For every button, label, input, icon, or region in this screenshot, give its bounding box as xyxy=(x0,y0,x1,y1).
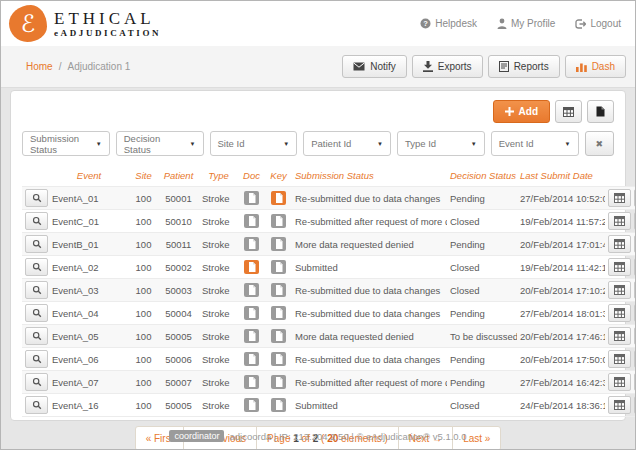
view-event-button[interactable] xyxy=(25,396,48,414)
header-link-helpdesk[interactable]: ?Helpdesk xyxy=(420,18,477,29)
filter-select-site-id[interactable]: Site Id▼ xyxy=(210,131,298,156)
key-icon[interactable] xyxy=(271,352,286,366)
key-icon[interactable] xyxy=(271,306,286,320)
grid-icon xyxy=(614,331,625,341)
view-event-button[interactable] xyxy=(25,281,48,299)
filter-select-type-id[interactable]: Type Id▼ xyxy=(397,131,485,156)
chevron-down-icon: ▼ xyxy=(190,141,196,147)
column-actions-right xyxy=(631,166,636,187)
doc-icon[interactable] xyxy=(244,214,259,228)
event-details-button[interactable] xyxy=(608,396,631,414)
header-link-label: Helpdesk xyxy=(435,18,477,29)
header-link-logout[interactable]: Logout xyxy=(575,18,621,29)
event-details-button[interactable] xyxy=(608,189,631,207)
event-details-button[interactable] xyxy=(608,304,631,322)
filter-select-event-id[interactable]: Event Id▼ xyxy=(491,131,579,156)
key-icon[interactable] xyxy=(271,191,286,205)
chevron-down-icon: ▼ xyxy=(377,141,383,147)
event-details-button[interactable] xyxy=(608,350,631,368)
notify-button[interactable]: Notify xyxy=(342,55,407,78)
view-event-button[interactable] xyxy=(25,304,48,322)
button-label: Reports xyxy=(514,61,549,72)
chart-icon xyxy=(576,62,587,72)
event-details-button[interactable] xyxy=(608,281,631,299)
column-header-key: Key xyxy=(265,166,292,187)
submission-status-cell: Re-submitted due to data changes xyxy=(292,302,447,325)
app-window: ℰ ETHICAL eADJUDICATION ?HelpdeskMy Prof… xyxy=(0,0,636,450)
filter-label: Type Id xyxy=(405,138,436,149)
event-details-button[interactable] xyxy=(608,235,631,253)
event-cell: EventA_05 xyxy=(49,325,129,348)
breadcrumb-home-link[interactable]: Home xyxy=(26,61,53,72)
column-header-doc: Doc xyxy=(238,166,265,187)
doc-icon[interactable] xyxy=(244,260,259,274)
grid-view-button[interactable] xyxy=(555,100,582,123)
page-icon xyxy=(248,354,256,364)
filter-select-patient-id[interactable]: Patient Id▼ xyxy=(303,131,391,156)
key-icon[interactable] xyxy=(271,329,286,343)
view-event-button[interactable] xyxy=(25,327,48,345)
header-link-label: My Profile xyxy=(511,18,555,29)
view-event-button[interactable] xyxy=(25,373,48,391)
event-details-button[interactable] xyxy=(608,327,631,345)
doc-icon[interactable] xyxy=(244,283,259,297)
magnifier-icon xyxy=(32,354,42,364)
table-row: EventA_0210050002StrokeSubmittedClosed19… xyxy=(22,256,636,279)
event-details-button[interactable] xyxy=(608,373,631,391)
file-export-button[interactable] xyxy=(587,100,614,123)
event-details-button[interactable] xyxy=(608,258,631,276)
submission-status-cell: Re-submitted due to data changes xyxy=(292,279,447,302)
type-cell: Stroke xyxy=(199,302,238,325)
site-cell: 100 xyxy=(129,348,158,371)
type-cell: Stroke xyxy=(199,210,238,233)
dash-button[interactable]: Dash xyxy=(565,55,626,78)
chevron-down-icon: ▼ xyxy=(283,141,289,147)
key-icon[interactable] xyxy=(271,375,286,389)
doc-icon[interactable] xyxy=(244,352,259,366)
submission-status-cell: Re-submitted after request of more data xyxy=(292,210,447,233)
view-event-button[interactable] xyxy=(25,235,48,253)
doc-icon[interactable] xyxy=(244,375,259,389)
plus-icon xyxy=(505,107,514,116)
site-cell: 100 xyxy=(129,187,158,210)
decision-status-cell: Closed xyxy=(447,394,517,417)
button-label: Dash xyxy=(592,61,615,72)
doc-icon[interactable] xyxy=(244,191,259,205)
filter-label: Submission Status xyxy=(30,133,96,155)
clear-filters-button[interactable]: ✖ xyxy=(585,131,615,156)
exports-button[interactable]: Exports xyxy=(412,55,483,78)
button-label: Notify xyxy=(370,61,396,72)
view-event-button[interactable] xyxy=(25,258,48,276)
key-icon[interactable] xyxy=(271,283,286,297)
page-icon xyxy=(248,262,256,272)
doc-icon[interactable] xyxy=(244,329,259,343)
ethical-logo-icon: ℰ xyxy=(9,5,47,42)
view-event-button[interactable] xyxy=(25,350,48,368)
grid-icon xyxy=(614,285,625,295)
doc-icon[interactable] xyxy=(244,398,259,412)
view-event-button[interactable] xyxy=(25,189,48,207)
reports-button[interactable]: Reports xyxy=(488,55,560,78)
add-button[interactable]: Add xyxy=(493,100,550,123)
key-icon[interactable] xyxy=(271,214,286,228)
event-cell: EventA_03 xyxy=(49,279,129,302)
header-link-my-profile[interactable]: My Profile xyxy=(497,18,555,29)
doc-icon[interactable] xyxy=(244,306,259,320)
event-cell: EventA_07 xyxy=(49,371,129,394)
filter-bar: Submission Status▼Decision Status▼Site I… xyxy=(22,131,614,156)
event-details-button[interactable] xyxy=(608,212,631,230)
submission-status-cell: Submitted xyxy=(292,394,447,417)
event-cell: EventA_02 xyxy=(49,256,129,279)
patient-cell: 50011 xyxy=(158,233,199,256)
page-icon xyxy=(248,216,256,226)
key-icon[interactable] xyxy=(271,260,286,274)
key-icon[interactable] xyxy=(271,237,286,251)
event-cell: EventA_01 xyxy=(49,187,129,210)
filter-select-decision-status[interactable]: Decision Status▼ xyxy=(116,131,204,156)
doc-icon[interactable] xyxy=(244,237,259,251)
page-icon xyxy=(275,354,283,364)
decision-status-cell: Pending xyxy=(447,302,517,325)
filter-select-submission-status[interactable]: Submission Status▼ xyxy=(22,131,110,156)
key-icon[interactable] xyxy=(271,398,286,412)
view-event-button[interactable] xyxy=(25,212,48,230)
